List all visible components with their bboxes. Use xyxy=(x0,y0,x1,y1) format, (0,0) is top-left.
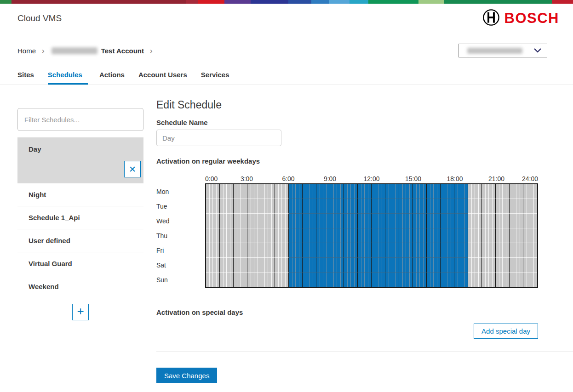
schedule-cell[interactable] xyxy=(261,228,275,243)
schedule-cell[interactable] xyxy=(399,258,413,273)
schedule-cell[interactable] xyxy=(413,273,427,287)
schedule-cell[interactable] xyxy=(399,184,413,199)
schedule-cell[interactable] xyxy=(234,184,247,199)
schedule-cell[interactable] xyxy=(468,273,482,287)
breadcrumb-home[interactable]: Home xyxy=(17,47,36,55)
schedule-cell[interactable] xyxy=(316,184,330,199)
schedule-cell[interactable] xyxy=(330,199,344,214)
schedule-cell[interactable] xyxy=(523,184,537,199)
schedule-cell[interactable] xyxy=(289,273,303,287)
schedule-cell[interactable] xyxy=(496,273,510,287)
schedule-cell[interactable] xyxy=(220,184,234,199)
schedule-cell[interactable] xyxy=(303,258,316,273)
schedule-cell[interactable] xyxy=(261,184,275,199)
schedule-cell[interactable] xyxy=(344,199,358,214)
schedule-cell[interactable] xyxy=(247,199,261,214)
tab-sites[interactable]: Sites xyxy=(17,71,36,85)
schedule-cell[interactable] xyxy=(275,184,289,199)
schedule-cell[interactable] xyxy=(510,184,523,199)
schedule-cell[interactable] xyxy=(344,258,358,273)
schedule-cell[interactable] xyxy=(399,199,413,214)
schedule-cell[interactable] xyxy=(358,243,372,258)
schedule-cell[interactable] xyxy=(454,258,468,273)
schedule-cell[interactable] xyxy=(206,258,220,273)
schedule-cell[interactable] xyxy=(289,199,303,214)
schedule-cell[interactable] xyxy=(316,199,330,214)
schedule-cell[interactable] xyxy=(261,214,275,228)
schedule-cell[interactable] xyxy=(385,228,399,243)
schedule-cell[interactable] xyxy=(261,199,275,214)
schedule-cell[interactable] xyxy=(510,199,523,214)
schedule-cell[interactable] xyxy=(468,228,482,243)
schedule-cell[interactable] xyxy=(399,243,413,258)
schedule-cell[interactable] xyxy=(385,258,399,273)
schedule-cell[interactable] xyxy=(427,258,441,273)
schedule-cell[interactable] xyxy=(523,273,537,287)
schedule-cell[interactable] xyxy=(358,228,372,243)
schedule-cell[interactable] xyxy=(358,199,372,214)
schedule-cell[interactable] xyxy=(441,273,454,287)
schedule-cell[interactable] xyxy=(496,184,510,199)
schedule-cell[interactable] xyxy=(344,214,358,228)
schedule-cell[interactable] xyxy=(468,199,482,214)
schedule-cell[interactable] xyxy=(385,184,399,199)
schedule-cell[interactable] xyxy=(510,273,523,287)
add-special-day-button[interactable]: Add special day xyxy=(474,324,538,339)
schedule-cell[interactable] xyxy=(427,243,441,258)
schedule-cell[interactable] xyxy=(330,273,344,287)
schedule-cell[interactable] xyxy=(247,258,261,273)
schedule-cell[interactable] xyxy=(454,214,468,228)
schedule-cell[interactable] xyxy=(316,258,330,273)
schedule-cell[interactable] xyxy=(427,273,441,287)
schedule-cell[interactable] xyxy=(413,228,427,243)
schedule-cell[interactable] xyxy=(385,243,399,258)
schedule-cell[interactable] xyxy=(330,243,344,258)
schedule-cell[interactable] xyxy=(247,273,261,287)
schedule-cell[interactable] xyxy=(344,184,358,199)
schedule-cell[interactable] xyxy=(468,258,482,273)
schedule-cell[interactable] xyxy=(206,228,220,243)
schedule-cell[interactable] xyxy=(441,243,454,258)
schedule-cell[interactable] xyxy=(427,228,441,243)
tab-account-users[interactable]: Account Users xyxy=(138,71,189,85)
schedule-cell[interactable] xyxy=(385,214,399,228)
schedule-cell[interactable] xyxy=(454,184,468,199)
schedule-cell[interactable] xyxy=(496,243,510,258)
schedule-cell[interactable] xyxy=(275,214,289,228)
schedule-cell[interactable] xyxy=(303,184,316,199)
schedule-cell[interactable] xyxy=(482,243,496,258)
schedule-name-input[interactable] xyxy=(156,130,281,146)
schedule-cell[interactable] xyxy=(510,243,523,258)
schedule-cell[interactable] xyxy=(468,184,482,199)
schedule-cell[interactable] xyxy=(441,258,454,273)
schedule-cell[interactable] xyxy=(358,273,372,287)
save-changes-button[interactable]: Save Changes xyxy=(156,368,217,383)
schedule-cell[interactable] xyxy=(206,273,220,287)
schedule-cell[interactable] xyxy=(330,258,344,273)
schedule-cell[interactable] xyxy=(523,243,537,258)
schedule-cell[interactable] xyxy=(261,258,275,273)
schedule-item-weekend[interactable]: Weekend xyxy=(17,275,143,298)
schedule-cell[interactable] xyxy=(454,273,468,287)
schedule-cell[interactable] xyxy=(303,228,316,243)
schedule-cell[interactable] xyxy=(482,228,496,243)
schedule-item-day[interactable]: Day✕ xyxy=(17,137,143,183)
schedule-cell[interactable] xyxy=(275,243,289,258)
schedule-cell[interactable] xyxy=(496,258,510,273)
schedule-cell[interactable] xyxy=(275,199,289,214)
schedule-cell[interactable] xyxy=(234,228,247,243)
schedule-cell[interactable] xyxy=(523,228,537,243)
schedule-cell[interactable] xyxy=(454,199,468,214)
breadcrumb-account[interactable]: Test Account xyxy=(101,47,144,55)
schedule-cell[interactable] xyxy=(372,243,385,258)
schedule-cell[interactable] xyxy=(523,214,537,228)
schedule-cell[interactable] xyxy=(261,243,275,258)
schedule-cell[interactable] xyxy=(275,273,289,287)
schedule-cell[interactable] xyxy=(385,273,399,287)
schedule-cell[interactable] xyxy=(454,243,468,258)
schedule-cell[interactable] xyxy=(206,184,220,199)
schedule-cell[interactable] xyxy=(220,228,234,243)
schedule-cell[interactable] xyxy=(358,214,372,228)
schedule-cell[interactable] xyxy=(399,228,413,243)
schedule-cell[interactable] xyxy=(247,228,261,243)
